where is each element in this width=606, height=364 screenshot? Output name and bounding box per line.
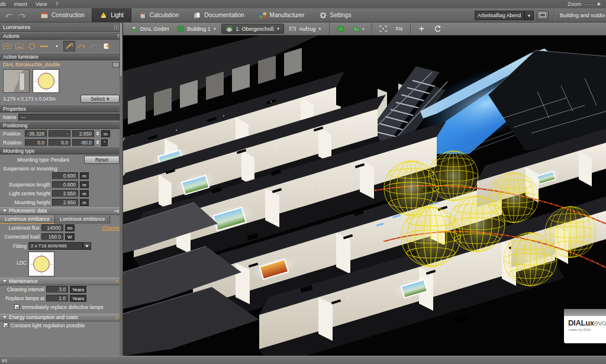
luminous-flux-input[interactable]: 14000 [41, 224, 63, 231]
circular-arrangement-button[interactable] [26, 41, 38, 51]
pin-icon[interactable] [114, 208, 120, 214]
redo-icon[interactable] [18, 12, 26, 19]
rotation-spinner[interactable] [96, 140, 99, 144]
rotation-z-input[interactable]: -90.0 [72, 139, 94, 146]
position-z-input[interactable]: 2.650 [72, 130, 94, 137]
replace-defective-checkbox[interactable] [14, 304, 20, 310]
ldc-diagram[interactable] [28, 252, 54, 276]
rectangular-arrangement-button[interactable] [1, 41, 13, 51]
building-button[interactable]: Building 1▼ [173, 24, 220, 33]
menu-item-insert[interactable]: Insert [10, 0, 32, 8]
constant-light-checkbox[interactable] [3, 323, 8, 328]
polygon-arrangement-button[interactable] [76, 41, 88, 51]
panel-grip-icon[interactable] [114, 25, 120, 30]
scrollbar-thumb[interactable] [120, 22, 123, 77]
energy-header[interactable]: Energy consumption and costs [0, 314, 123, 321]
wireframe-sphere [545, 207, 596, 257]
chevron-down-icon: ▼ [213, 27, 217, 31]
catalog-icon[interactable] [112, 62, 120, 67]
menu-item-help[interactable]: ? [51, 0, 62, 8]
connected-load-input[interactable]: 160.0 [41, 233, 63, 240]
single-luminaire-button[interactable] [51, 41, 63, 51]
project-button[interactable]: DIAL GmbH [127, 24, 172, 33]
ldc-curve [38, 73, 54, 89]
suspension-mode-input[interactable]: 0.600 [52, 172, 78, 179]
maintenance-header[interactable]: Maintenance [0, 278, 123, 285]
suspension-length-input[interactable]: 0.600 [52, 181, 78, 188]
change-link[interactable]: Change [102, 225, 120, 231]
building-icon [177, 25, 185, 32]
light-scene-editor-button[interactable] [537, 11, 549, 20]
refresh-view-button[interactable] [430, 24, 445, 33]
reset-button[interactable]: Reset [84, 156, 120, 164]
floor-button[interactable]: 1. Obergeschoß▼ [221, 24, 284, 34]
magic-wand-button[interactable] [63, 41, 75, 51]
light-centre-height-unit: m [80, 190, 89, 197]
rotation-row: Rotation 0.0 0.0 -90.0 ° [0, 138, 123, 147]
suspension-length-label: Suspension length [3, 182, 50, 188]
plus-icon [418, 25, 426, 32]
fitting-dropdown[interactable]: 2 x T16 80W/965 [28, 242, 91, 250]
add-view-button[interactable] [414, 24, 429, 33]
cleaning-interval-label: Cleaning interval [3, 286, 44, 292]
position-x-input[interactable]: -36.328 [25, 130, 47, 137]
tab-luminous-emittance-1[interactable]: Luminous emittance [0, 215, 55, 224]
line-arrangement-button[interactable] [38, 41, 50, 51]
edit-pencil-icon[interactable] [114, 315, 120, 320]
rotation-unit: ° [101, 139, 108, 146]
menu-item-edit[interactable]: Edit [0, 0, 10, 8]
photometric-data-header[interactable]: Photometric data [0, 207, 123, 215]
tab-settings[interactable]: Settings [312, 8, 359, 22]
measure-button[interactable] [392, 24, 407, 33]
zoom-slider-knob[interactable] [597, 2, 601, 7]
floor-icon [225, 25, 233, 32]
position-y-input[interactable]: - [49, 130, 70, 137]
chevron-down-icon: ▼ [318, 27, 321, 31]
space-mode-button[interactable]: ▾ [349, 24, 368, 33]
logo-brand: DIALux [568, 318, 594, 327]
tab-calculation[interactable]: Calculation [131, 8, 186, 22]
export-luminaire-button[interactable] [101, 41, 112, 51]
actions-toolbar [0, 40, 123, 53]
luminaire-photo-thumbnail[interactable] [3, 69, 30, 93]
fitting-value: 2 x T16 80W/965 [28, 242, 83, 250]
edit-pencil-icon[interactable] [114, 279, 120, 284]
divider [329, 23, 330, 35]
select-luminaire-button[interactable]: Select [80, 95, 120, 103]
sidebar-scrollbar[interactable] [120, 22, 123, 356]
rotation-y-input[interactable]: 0.0 [49, 139, 70, 146]
zoom-fit-button[interactable] [376, 24, 391, 33]
tab-construction[interactable]: Construction [33, 8, 92, 22]
zoom-slider[interactable] [584, 4, 604, 5]
fitting-row: Fitting 2 x T16 80W/965 [0, 241, 123, 251]
collapse-caret-icon [3, 316, 7, 318]
light-centre-height-input[interactable]: 2.650 [52, 190, 78, 197]
mounting-type-header-label: Mounting type [3, 148, 34, 154]
tab-luminous-emittance-2[interactable]: Luminous emittance [55, 215, 110, 224]
tab-manufacturer[interactable]: Manufacturer [252, 8, 312, 22]
fitting-dropdown-arrow-icon[interactable] [83, 242, 91, 250]
actions-header: Actions ? [0, 32, 123, 40]
zoom-fit-icon [379, 25, 387, 32]
light-scene-select[interactable]: Arbeitsalltag Abend ▼ [475, 11, 534, 20]
mounting-height-unit: m [80, 199, 89, 206]
storey-mode-button[interactable] [333, 24, 348, 33]
rotation-x-input[interactable]: 0.0 [25, 139, 47, 146]
tab-light[interactable]: Light [92, 8, 131, 22]
room-button[interactable]: Aufzug▼ [285, 24, 325, 33]
menu-item-view[interactable]: View [31, 0, 51, 8]
tab-documentation[interactable]: Documentation [186, 8, 251, 22]
tab-manufacturer-label: Manufacturer [270, 12, 305, 18]
light-scene-dropdown-icon[interactable]: ▼ [524, 11, 534, 20]
photo-detail [19, 73, 25, 91]
mounting-height-input[interactable]: 2.650 [52, 199, 78, 206]
name-input[interactable]: --- [18, 114, 120, 121]
tab-construction-label: Construction [51, 12, 85, 18]
position-spinner[interactable] [96, 131, 99, 136]
field-arrangement-button[interactable] [14, 41, 25, 51]
3d-viewport[interactable]: DIALuxevo made by DIAL [123, 36, 606, 356]
cleaning-interval-input[interactable]: 3.0 [46, 286, 68, 293]
luminaire-ldc-thumbnail[interactable] [33, 69, 59, 93]
replace-lamps-input[interactable]: 1.0 [46, 295, 68, 302]
undo-icon[interactable] [5, 12, 13, 19]
